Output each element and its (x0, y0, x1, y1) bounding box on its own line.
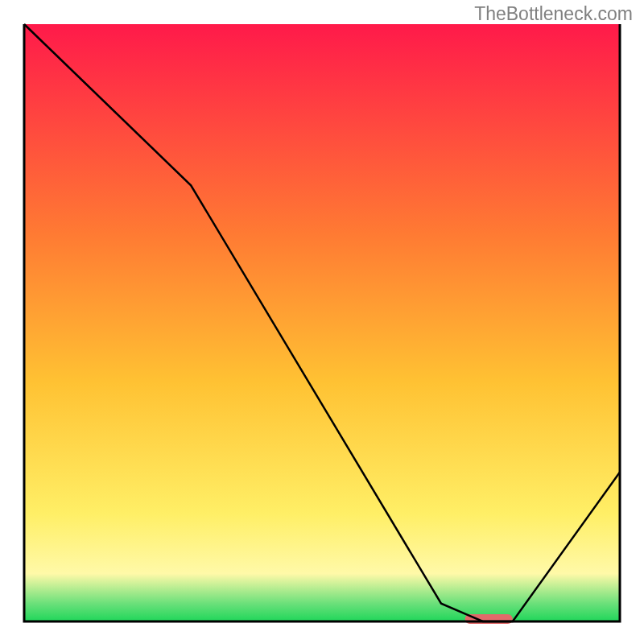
watermark-text: TheBottleneck.com (474, 3, 633, 25)
plot-background (24, 24, 620, 621)
bottleneck-chart (0, 0, 644, 644)
